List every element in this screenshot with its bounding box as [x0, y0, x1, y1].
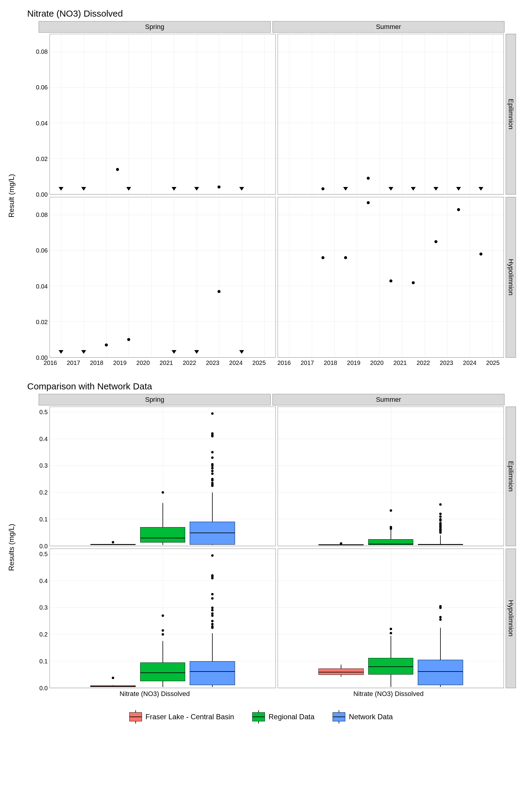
outlier-point — [439, 513, 442, 515]
data-point — [218, 185, 221, 188]
timeseries-grid: Spring Summer Result (mg/L) 0.000.020.04… — [6, 21, 516, 368]
data-point — [321, 256, 324, 259]
outlier-point — [211, 597, 214, 600]
data-point — [127, 338, 130, 341]
ts-row-strip-epi: Epilimnion — [506, 34, 516, 195]
cmp-row-strip-hypo: Hypolimnion — [506, 549, 516, 688]
outlier-point — [390, 628, 392, 630]
outlier-point — [211, 614, 214, 617]
legend: Fraser Lake - Central Basin Regional Dat… — [6, 712, 516, 722]
data-point — [321, 187, 324, 190]
nondetect-marker — [172, 187, 176, 190]
outlier-point — [211, 467, 214, 469]
nondetect-marker — [239, 350, 244, 354]
data-point — [218, 290, 221, 293]
legend-label-fraser: Fraser Lake - Central Basin — [146, 713, 234, 721]
outlier-point — [211, 623, 214, 625]
ts-panel-summer-hypo — [278, 197, 504, 358]
outlier-point — [112, 677, 114, 679]
outlier-point — [211, 472, 214, 475]
nondetect-marker — [172, 350, 176, 354]
cmp-col-strip-spring: Spring — [39, 394, 271, 405]
outlier-point — [340, 542, 342, 545]
boxplot-box — [318, 669, 363, 674]
outlier-point — [211, 482, 214, 484]
nondetect-marker — [411, 187, 416, 190]
nondetect-marker — [194, 350, 199, 354]
legend-label-network: Network Data — [349, 713, 393, 721]
outlier-point — [211, 609, 214, 611]
outlier-point — [439, 515, 442, 518]
legend-item-regional: Regional Data — [252, 712, 315, 722]
boxplot-box — [368, 658, 413, 674]
outlier-point — [439, 616, 442, 618]
cmp-x-cat-summer: Nitrate (NO3) Dissolved — [273, 690, 504, 700]
nondetect-marker — [479, 187, 483, 190]
data-point — [457, 208, 460, 211]
legend-item-network: Network Data — [333, 712, 393, 722]
ts-col-strip-spring: Spring — [39, 21, 271, 33]
boxplot-box — [140, 527, 185, 543]
cmp-panel-spring-hypo — [49, 549, 276, 688]
outlier-point — [211, 478, 214, 480]
outlier-point — [211, 456, 214, 459]
comparison-grid: Spring Summer Results (mg/L) 0.00.10.20.… — [6, 394, 516, 700]
cmp-panel-spring-epi — [49, 407, 276, 546]
outlier-point — [211, 463, 214, 466]
nondetect-marker — [388, 187, 393, 190]
outlier-point — [439, 605, 442, 608]
data-point — [105, 343, 108, 346]
data-point — [116, 168, 119, 171]
nondetect-marker — [59, 187, 63, 190]
nondetect-marker — [194, 187, 199, 190]
figure: Nitrate (NO3) Dissolved Spring Summer Re… — [6, 8, 516, 722]
cmp-col-strip-summer: Summer — [273, 394, 504, 405]
outlier-point — [211, 593, 214, 595]
nondetect-marker — [434, 187, 438, 190]
outlier-point — [390, 526, 392, 528]
outlier-point — [162, 614, 164, 617]
cmp-x-cat-spring: Nitrate (NO3) Dissolved — [39, 690, 271, 700]
boxplot-box — [418, 660, 463, 685]
ts-col-strip-summer: Summer — [273, 21, 504, 33]
outlier-point — [211, 451, 214, 453]
outlier-point — [439, 503, 442, 506]
outlier-point — [211, 574, 214, 577]
data-point — [344, 256, 347, 259]
cmp-y-axis-label: Results (mg/L) — [6, 405, 17, 689]
nondetect-marker — [81, 187, 86, 190]
ts-panel-spring-hypo — [49, 197, 276, 358]
outlier-point — [439, 618, 442, 621]
ts-panel-spring-epi — [49, 34, 276, 195]
outlier-point — [211, 470, 214, 472]
outlier-point — [211, 607, 214, 609]
outlier-point — [162, 629, 164, 632]
data-point — [367, 201, 370, 204]
nondetect-marker — [81, 350, 86, 354]
nondetect-marker — [126, 187, 131, 190]
timeseries-title: Nitrate (NO3) Dissolved — [27, 8, 516, 19]
ts-row-strip-hypo: Hypolimnion — [506, 197, 516, 358]
outlier-point — [439, 518, 442, 521]
legend-item-fraser: Fraser Lake - Central Basin — [129, 712, 234, 722]
data-point — [435, 240, 437, 243]
nondetect-marker — [343, 187, 348, 190]
nondetect-marker — [456, 187, 461, 190]
outlier-point — [211, 554, 214, 557]
outlier-point — [211, 432, 214, 435]
boxplot-box — [90, 686, 135, 687]
cmp-panel-summer-hypo — [278, 549, 504, 688]
ts-panel-summer-epi — [278, 34, 504, 195]
legend-label-regional: Regional Data — [268, 713, 315, 721]
outlier-point — [211, 625, 214, 628]
nondetect-marker — [59, 350, 63, 354]
outlier-point — [162, 633, 164, 635]
boxplot-box — [418, 544, 463, 545]
boxplot-box — [368, 539, 413, 545]
data-point — [389, 280, 393, 282]
cmp-row-strip-epi: Epilimnion — [506, 407, 516, 546]
cmp-panel-summer-epi — [278, 407, 504, 546]
outlier-point — [211, 412, 214, 415]
outlier-point — [112, 541, 114, 544]
nondetect-marker — [239, 187, 244, 190]
